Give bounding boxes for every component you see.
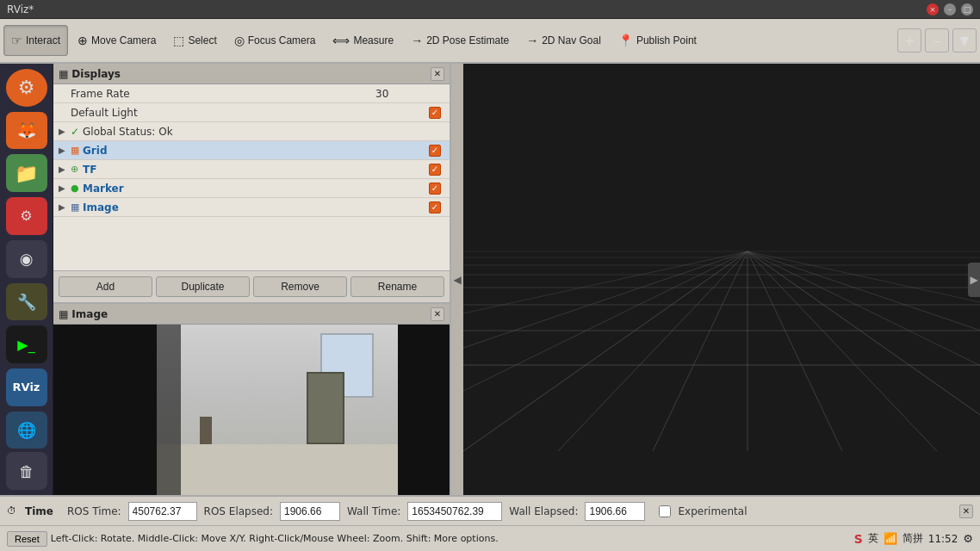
select-label: Select [188,34,216,46]
app-icon-tool[interactable]: 🔧 [6,283,47,321]
measure-icon: ⟺ [332,34,350,47]
app-icon-rviz[interactable]: RViz [6,368,47,406]
image-room-view [157,325,398,495]
duplicate-button[interactable]: Duplicate [156,276,250,297]
ros-time-input[interactable] [128,502,197,521]
app-icon-system[interactable]: ⚙ [6,69,47,107]
nav-goal-button[interactable]: → 2D Nav Goal [518,25,609,56]
marker-label: Marker [83,183,429,195]
image-black-left [53,325,157,495]
image-panel-title: Image [71,308,108,320]
app-icon-chrome[interactable]: ◉ [6,240,47,278]
svg-line-15 [747,251,980,391]
pose-estimate-label: 2D Pose Estimate [426,34,509,46]
displays-icon: ▦ [59,68,68,80]
minimize-button[interactable]: – [944,3,956,15]
display-item-globalstatus: ▶ ✓ Global Status: Ok [53,122,450,141]
globalstatus-label: Global Status: Ok [83,126,444,138]
svg-line-10 [653,251,747,451]
wall-elapsed-input[interactable] [585,502,645,521]
panels-area: ▦ Displays ✕ Frame Rate 30 Default Light… [53,64,451,495]
measure-button[interactable]: ⟺ Measure [325,25,401,56]
app-icon-settings[interactable]: ⚙ [6,197,47,235]
app-title: RViz* [7,3,34,15]
select-button[interactable]: ⬚ Select [165,25,224,56]
3d-viewport[interactable]: ▶ [463,64,980,495]
wall-time-input[interactable] [407,502,502,521]
room-shadow-left [157,325,181,495]
focus-camera-button[interactable]: ◎ Focus Camera [226,25,324,56]
camera-move-icon: ⊕ [78,34,88,47]
marker-checkbox[interactable]: ✓ [429,183,441,195]
room-object-element [200,417,212,444]
viewport-right-handle[interactable]: ▶ [968,263,980,297]
wall-elapsed-label: Wall Elapsed: [509,505,578,517]
tf-checkbox[interactable]: ✓ [429,164,441,176]
tf-label: TF [83,164,429,176]
app-icon-terminal[interactable]: ▶_ [6,325,47,363]
defaultlight-checkbox[interactable]: ✓ [429,107,441,119]
image-canvas [53,325,450,495]
experimental-checkbox[interactable] [659,505,671,517]
displays-close-button[interactable]: ✕ [431,67,444,81]
displays-title: Displays [71,68,121,80]
move-camera-label: Move Camera [91,34,156,46]
maximize-button[interactable]: □ [961,3,973,15]
image-panel-close-button[interactable]: ✕ [431,307,444,321]
displays-content: Frame Rate 30 Default Light ✓ ▶ ✓ Global… [53,84,450,270]
app-icon-globe[interactable]: 🌐 [6,412,47,449]
svg-line-19 [463,251,747,348]
display-item-tf[interactable]: ▶ ⊕ TF ✓ [53,160,450,179]
hand-icon: ☞ [11,34,22,47]
image-checkbox[interactable]: ✓ [429,201,441,214]
app-icon-trash[interactable]: 🗑 [6,452,47,490]
marker-icon: ● [71,183,83,194]
add-display-button[interactable]: + [897,28,921,53]
tray-settings-icon[interactable]: ⚙ [963,532,973,545]
marker-arrow[interactable]: ▶ [59,183,71,193]
framerate-value: 30 [375,88,427,100]
focus-icon: ◎ [234,34,245,47]
display-item-marker[interactable]: ▶ ● Marker ✓ [53,179,450,198]
grid-checkbox[interactable]: ✓ [429,145,441,157]
svg-line-13 [747,251,937,451]
system-tray: S 英 📶 简拼 11:52 ⚙ [854,531,973,546]
measure-label: Measure [353,34,394,46]
remove-display-button[interactable]: – [925,28,949,53]
display-item-image[interactable]: ▶ ▦ Image ✓ [53,198,450,217]
clock-icon: ⏱ [7,505,16,517]
displays-panel: ▦ Displays ✕ Frame Rate 30 Default Light… [53,64,450,304]
pose-estimate-button[interactable]: → 2D Pose Estimate [403,25,517,56]
ros-elapsed-input[interactable] [280,502,340,521]
close-button[interactable]: × [927,3,939,15]
add-button[interactable]: Add [59,276,152,297]
tray-icon-lang: 英 [868,531,878,546]
svg-line-8 [463,251,747,451]
image-panel-icon: ▦ [59,308,68,320]
svg-line-9 [558,251,747,451]
reset-button[interactable]: Reset [7,531,47,547]
move-camera-button[interactable]: ⊕ Move Camera [70,25,164,56]
rename-button[interactable]: Rename [350,276,444,297]
grid-arrow[interactable]: ▶ [59,145,71,155]
viewport-left-handle[interactable]: ◀ [451,64,463,495]
display-item-grid[interactable]: ▶ ▦ Grid ✓ [53,141,450,160]
publish-icon: 📍 [618,34,633,47]
globalstatus-arrow[interactable]: ▶ [59,127,71,136]
tray-icon-chinese: 简拼 [902,531,923,546]
image-panel: ▦ Image ✕ [53,304,450,495]
tf-arrow[interactable]: ▶ [59,164,71,174]
grid-svg [463,64,980,495]
app-icon-files[interactable]: 📁 [6,154,47,192]
display-settings-button[interactable]: ▼ [952,28,977,53]
toolbar-right: + – ▼ [897,28,977,53]
wall-time-label: Wall Time: [347,505,400,517]
time-panel-title: Time [25,505,53,517]
publish-point-button[interactable]: 📍 Publish Point [611,25,704,56]
image-arrow[interactable]: ▶ [59,202,71,212]
image-panel-header: ▦ Image ✕ [53,304,450,325]
time-panel-close-button[interactable]: ✕ [959,505,973,518]
app-icon-firefox[interactable]: 🦊 [6,112,47,150]
remove-button[interactable]: Remove [253,276,347,297]
interact-button[interactable]: ☞ Interact [3,25,68,56]
